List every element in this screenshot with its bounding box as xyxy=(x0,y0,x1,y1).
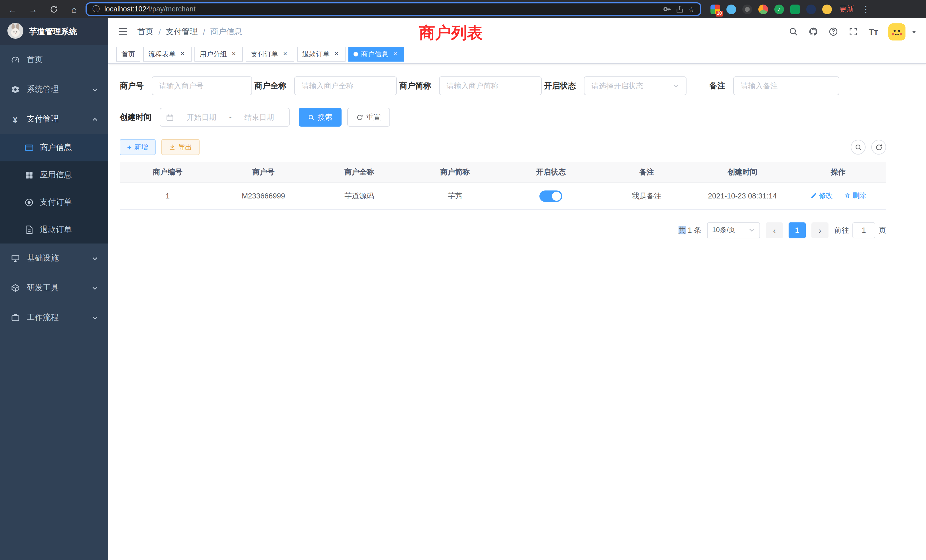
sidebar-item-app-info[interactable]: 应用信息 xyxy=(0,161,108,189)
date-start-placeholder: 开始日期 xyxy=(177,112,226,122)
search-button[interactable]: 搜索 xyxy=(299,108,342,127)
close-icon[interactable]: × xyxy=(281,50,289,58)
reset-button-label: 重置 xyxy=(366,112,381,122)
back-icon[interactable]: ← xyxy=(7,3,18,15)
tab-user-group[interactable]: 用户分组 × xyxy=(194,47,243,62)
column-header: 商户号 xyxy=(216,162,311,183)
close-icon[interactable]: × xyxy=(179,50,186,58)
refresh-icon[interactable] xyxy=(871,140,886,154)
extension-icon[interactable] xyxy=(790,4,800,14)
pagination-total-highlight: 共 xyxy=(678,226,685,234)
help-icon[interactable] xyxy=(829,27,838,36)
pagination-goto: 前往 页 xyxy=(834,222,886,238)
hamburger-icon[interactable] xyxy=(118,26,128,37)
close-icon[interactable]: × xyxy=(230,50,238,58)
date-end-placeholder: 结束日期 xyxy=(235,112,283,122)
search-icon[interactable] xyxy=(789,27,799,36)
github-icon[interactable] xyxy=(809,27,819,36)
remark-input-wrap xyxy=(733,76,839,95)
status-toggle[interactable] xyxy=(539,190,562,201)
remark-input[interactable] xyxy=(741,82,832,90)
delete-link[interactable]: 删除 xyxy=(844,191,866,201)
home-icon[interactable]: ⌂ xyxy=(68,3,80,15)
sidebar-item-pay-order[interactable]: 支付订单 xyxy=(0,189,108,216)
close-icon[interactable]: × xyxy=(333,50,340,58)
cell-merchant-no: M233666999 xyxy=(216,183,311,209)
address-bar[interactable]: ⓘ localhost:1024/pay/merchant ☆ xyxy=(86,2,701,16)
fullscreen-icon[interactable] xyxy=(849,27,858,36)
breadcrumb-item-current: 商户信息 xyxy=(210,27,242,37)
full-name-input-wrap xyxy=(294,76,397,95)
avatar-caret-icon[interactable] xyxy=(911,29,917,35)
status-select[interactable]: 请选择开启状态 xyxy=(584,76,687,95)
extension-icon[interactable] xyxy=(742,4,752,14)
password-key-icon[interactable] xyxy=(663,5,671,13)
tab-process-form[interactable]: 流程表单 × xyxy=(143,47,192,62)
full-name-input[interactable] xyxy=(302,82,389,90)
monitor-icon xyxy=(10,254,20,263)
tab-merchant-info[interactable]: 商户信息 × xyxy=(348,47,404,62)
export-button[interactable]: 导出 xyxy=(161,139,199,155)
tab-label: 用户分组 xyxy=(200,49,227,59)
page-annotation: 商户列表 xyxy=(419,22,483,44)
logo-avatar xyxy=(8,23,23,41)
sidebar-logo[interactable]: 芋道管理系统 xyxy=(0,18,108,45)
bookmark-star-icon[interactable]: ☆ xyxy=(688,5,694,14)
sidebar-item-devtools[interactable]: 研发工具 xyxy=(0,273,108,303)
status-select-placeholder: 请选择开启状态 xyxy=(591,81,643,91)
user-avatar[interactable] xyxy=(888,23,905,40)
page-button-1[interactable]: 1 xyxy=(788,222,806,238)
filter-short-name: 商户简称 xyxy=(399,76,542,95)
show-search-icon[interactable] xyxy=(851,140,865,154)
extension-icon[interactable] xyxy=(806,4,816,14)
reset-button[interactable]: 重置 xyxy=(347,108,390,127)
share-icon[interactable] xyxy=(676,5,684,13)
sidebar-item-label: 基础设施 xyxy=(27,253,59,263)
goto-page-input[interactable] xyxy=(852,222,875,238)
column-header: 商户编号 xyxy=(120,162,216,183)
reload-icon[interactable] xyxy=(48,3,59,15)
extension-icon[interactable]: ✓ xyxy=(774,4,784,14)
column-header: 备注 xyxy=(599,162,694,183)
merchant-no-input[interactable] xyxy=(159,82,245,90)
sidebar-item-merchant-info[interactable]: 商户信息 xyxy=(0,134,108,161)
browser-chrome: ← → ⌂ ⓘ localhost:1024/pay/merchant ☆ 10 xyxy=(0,0,926,18)
add-button[interactable]: + 新增 xyxy=(120,139,155,155)
extension-icon[interactable] xyxy=(726,4,736,14)
sidebar-item-workflow[interactable]: 工作流程 xyxy=(0,303,108,333)
sidebar-item-infra[interactable]: 基础设施 xyxy=(0,244,108,273)
browser-update-button[interactable]: 更新 xyxy=(839,4,854,14)
cell-remark: 我是备注 xyxy=(599,183,694,209)
filter-create-time: 创建时间 开始日期 - 结束日期 xyxy=(120,108,290,127)
sidebar-item-system[interactable]: 系统管理 xyxy=(0,75,108,104)
sidebar-item-payment[interactable]: ¥ 支付管理 xyxy=(0,104,108,134)
tab-home[interactable]: 首页 xyxy=(117,47,140,62)
date-range-picker[interactable]: 开始日期 - 结束日期 xyxy=(160,108,290,127)
sidebar-item-refund-order[interactable]: 退款订单 xyxy=(0,216,108,244)
next-page-button[interactable]: › xyxy=(811,222,829,238)
sidebar-item-home[interactable]: 首页 xyxy=(0,45,108,75)
site-info-icon[interactable]: ⓘ xyxy=(92,4,100,14)
sidebar: 芋道管理系统 首页 系统管理 ¥ 支付管理 xyxy=(0,18,108,560)
breadcrumb-item[interactable]: 首页 xyxy=(138,27,153,37)
cell-status xyxy=(503,183,599,209)
edit-link[interactable]: 修改 xyxy=(810,191,832,201)
tab-refund-order[interactable]: 退款订单 × xyxy=(297,47,345,62)
font-size-icon[interactable]: Tт xyxy=(869,27,878,36)
breadcrumb-separator: / xyxy=(159,27,161,36)
extension-icon[interactable] xyxy=(758,4,768,14)
merchant-table: 商户编号 商户号 商户全称 商户简称 开启状态 备注 创建时间 操作 1 xyxy=(120,162,886,210)
page-size-select[interactable]: 10条/页 xyxy=(707,222,760,238)
profile-avatar[interactable] xyxy=(822,4,832,14)
breadcrumb-item[interactable]: 支付管理 xyxy=(166,27,198,37)
prev-page-button[interactable]: ‹ xyxy=(766,222,783,238)
forward-icon[interactable]: → xyxy=(27,3,39,15)
cell-full-name: 芋道源码 xyxy=(311,183,407,209)
browser-menu-icon[interactable]: ⋮ xyxy=(862,4,870,14)
edit-link-label: 修改 xyxy=(819,191,832,201)
field-label: 商户号 xyxy=(120,81,144,91)
tab-pay-order[interactable]: 支付订单 × xyxy=(246,47,294,62)
extension-icon[interactable]: 10 xyxy=(710,4,720,14)
close-icon[interactable]: × xyxy=(391,50,399,58)
short-name-input[interactable] xyxy=(446,82,534,90)
